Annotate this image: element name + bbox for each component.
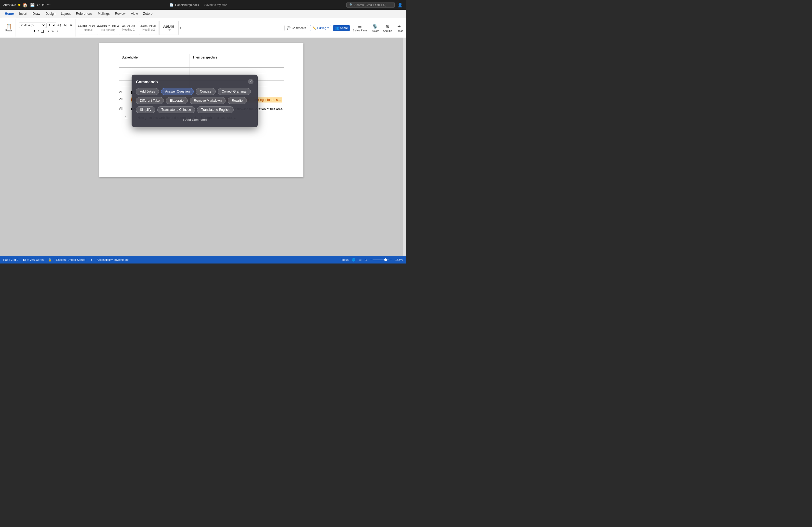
cmd-rewrite[interactable]: Rewrite xyxy=(228,97,247,104)
view-icon-1[interactable]: ▤ xyxy=(359,258,361,261)
share-button[interactable]: 👥 Share xyxy=(333,25,350,31)
table-header-stakeholder: Stakeholder xyxy=(119,54,190,61)
ribbon-tabs: Home Insert Draw Design Layout Reference… xyxy=(0,10,406,18)
font-row-1: Calibri (Bo... 12 A↑ A↓ A xyxy=(19,22,73,28)
commands-close-button[interactable]: ✕ xyxy=(248,79,253,84)
cmd-elaborate[interactable]: Elaborate xyxy=(166,97,188,104)
document-page[interactable]: Stakeholder Their perspective xyxy=(99,43,303,177)
tab-layout[interactable]: Layout xyxy=(58,11,73,17)
font-selector[interactable]: Calibri (Bo... xyxy=(19,22,46,28)
tab-home[interactable]: Home xyxy=(2,11,16,17)
undo-icon[interactable]: ↩ xyxy=(37,3,40,7)
dictate-button[interactable]: 🎙️ Dictate xyxy=(370,23,380,33)
filename: Happisburgh.docx xyxy=(175,3,199,6)
zoom-in-icon[interactable]: + xyxy=(390,258,392,261)
styles-expand-icon[interactable]: › xyxy=(179,25,183,31)
italic-button[interactable]: I xyxy=(37,28,40,33)
language-indicator[interactable]: English (United States) xyxy=(56,258,86,261)
scrollbar-right[interactable] xyxy=(403,37,406,256)
styles-group: AaBbCcDdEe Normal AaBbCcDdEe No Spacing … xyxy=(76,19,185,36)
tab-review[interactable]: Review xyxy=(112,11,128,17)
accessibility-indicator[interactable]: Accessibility: Investigate xyxy=(97,258,129,261)
zoom-out-icon[interactable]: − xyxy=(370,258,372,261)
tab-mailings[interactable]: Mailings xyxy=(95,11,112,17)
cmd-answer-question[interactable]: Answer Question xyxy=(161,88,193,95)
editing-button[interactable]: ✏️ Editing ▾ xyxy=(310,25,331,31)
style-normal[interactable]: AaBbCcDdEe Normal xyxy=(79,21,98,35)
cmd-simplify[interactable]: Simplify xyxy=(136,106,155,113)
subscript-button[interactable]: x₂ xyxy=(50,29,55,33)
editing-icon: ✏️ xyxy=(312,26,316,30)
tab-draw[interactable]: Draw xyxy=(30,11,43,17)
font-size-selector[interactable]: 12 xyxy=(46,22,56,28)
style-heading2-label: Heading 2 xyxy=(143,28,155,31)
status-bar: Page 2 of 2 18 of 256 words 🔒 English (U… xyxy=(0,256,406,264)
tab-design[interactable]: Design xyxy=(43,11,58,17)
autosave-label: AutoSave xyxy=(3,3,16,6)
word-count[interactable]: 18 of 256 words xyxy=(23,258,44,261)
view-icon-2[interactable]: ⊞ xyxy=(365,258,367,261)
cmd-translate-chinese[interactable]: Translate to Chinese xyxy=(157,106,195,113)
zoom-level[interactable]: 153% xyxy=(395,258,403,261)
style-no-spacing[interactable]: AaBbCcDdEe No Spacing xyxy=(99,21,118,35)
cmd-correct-grammar[interactable]: Correct Grammar xyxy=(218,88,251,95)
comments-button[interactable]: 💬 Comments xyxy=(284,25,308,31)
add-ins-button[interactable]: ⊕ Add-ins xyxy=(382,23,393,33)
title-bar-right: 🔍 Search (Cmd + Ctrl + U) 👤 xyxy=(346,2,403,8)
lock-indicator: 🔒 xyxy=(48,258,52,261)
status-bar-right: Focus 🌐 ▤ ⊞ − + 153% xyxy=(340,258,403,261)
table-row xyxy=(119,67,284,74)
track-changes-indicator: ● xyxy=(90,258,92,261)
tab-references[interactable]: References xyxy=(73,11,95,17)
paste-icon: 📋 xyxy=(6,24,12,29)
tab-zotero[interactable]: Zotero xyxy=(141,11,155,17)
profile-icon[interactable]: 👤 xyxy=(397,2,403,7)
save-icon[interactable]: 💾 xyxy=(30,3,35,7)
title-bar: AutoSave 🏠 💾 ↩ ↺ ••• 📄 Happisburgh.docx … xyxy=(0,0,406,10)
style-title[interactable]: AaBb( Title xyxy=(159,21,178,35)
format-clear-button[interactable]: A xyxy=(69,22,73,28)
strikethrough-button[interactable]: S xyxy=(46,28,50,33)
shrink-font-button[interactable]: A↓ xyxy=(63,22,69,28)
add-command-button[interactable]: + Add Command xyxy=(136,117,253,123)
close-icon: ✕ xyxy=(249,80,252,84)
share-label: Share xyxy=(340,26,348,30)
superscript-button[interactable]: x² xyxy=(56,29,60,33)
underline-button[interactable]: U xyxy=(40,28,45,33)
redo-icon[interactable]: ↺ xyxy=(42,3,45,7)
tab-view[interactable]: View xyxy=(128,11,141,17)
paste-button[interactable]: 📋 Paste xyxy=(4,24,13,32)
grow-font-button[interactable]: A↑ xyxy=(57,22,62,28)
zoom-thumb xyxy=(384,258,387,261)
search-bar[interactable]: 🔍 Search (Cmd + Ctrl + U) xyxy=(346,2,395,8)
title-bar-center: 📄 Happisburgh.docx — Saved to my Mac xyxy=(170,3,227,7)
style-heading1[interactable]: AaBbCcD Heading 1 xyxy=(119,21,138,35)
zoom-slider[interactable] xyxy=(373,259,389,260)
word-icon: 📄 xyxy=(170,3,173,7)
zoom-control[interactable]: − + xyxy=(370,258,392,261)
commands-buttons: Add Jokes Answer Question Concise Correc… xyxy=(136,88,253,113)
cmd-translate-english[interactable]: Translate to English xyxy=(197,106,234,113)
style-heading2-preview: AaBbCcDdE xyxy=(141,25,157,28)
cmd-add-jokes[interactable]: Add Jokes xyxy=(136,88,159,95)
focus-button[interactable]: Focus xyxy=(340,258,349,261)
editing-dropdown-icon: ▾ xyxy=(327,26,329,30)
document-scroll[interactable]: Stakeholder Their perspective xyxy=(0,37,403,256)
more-icon[interactable]: ••• xyxy=(47,3,51,7)
tab-insert[interactable]: Insert xyxy=(16,11,30,17)
cmd-concise[interactable]: Concise xyxy=(196,88,215,95)
page-indicator[interactable]: Page 2 of 2 xyxy=(3,258,18,261)
style-no-spacing-label: No Spacing xyxy=(102,28,115,31)
home-icon[interactable]: 🏠 xyxy=(23,2,28,7)
list-num-vi: VI. xyxy=(119,90,128,95)
cmd-remove-markdown[interactable]: Remove Markdown xyxy=(190,97,226,104)
style-heading2[interactable]: AaBbCcDdE Heading 2 xyxy=(139,21,158,35)
style-title-preview: AaBb( xyxy=(163,24,175,28)
bold-button[interactable]: B xyxy=(31,28,36,33)
styles-pane-button[interactable]: ☰ Styles Pane xyxy=(351,23,368,32)
dictate-label: Dictate xyxy=(371,30,379,32)
editor-button[interactable]: ✦ Editor xyxy=(395,23,404,33)
cmd-different-take[interactable]: Different Take xyxy=(136,97,164,104)
ribbon-content: 📋 Paste Calibri (Bo... 12 A↑ A↓ A B I U … xyxy=(0,18,406,37)
style-title-label: Title xyxy=(166,29,171,32)
